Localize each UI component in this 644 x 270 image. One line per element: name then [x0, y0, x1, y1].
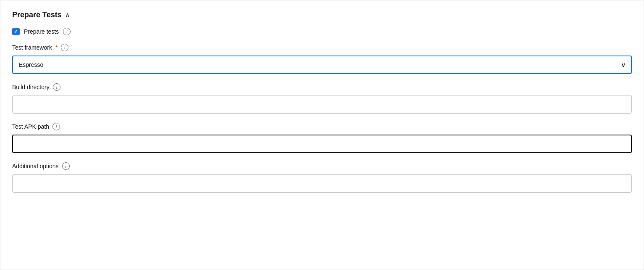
- test-framework-field-group: Test framework * i Espresso XCTest Robol…: [12, 44, 632, 74]
- checkbox-check-icon: ✓: [14, 29, 18, 34]
- build-directory-field-group: Build directory i: [12, 83, 632, 114]
- build-directory-label: Build directory: [12, 84, 50, 90]
- build-directory-label-row: Build directory i: [12, 83, 632, 91]
- prepare-tests-info-icon[interactable]: i: [63, 28, 71, 35]
- test-apk-path-field-group: Test APK path i: [12, 123, 632, 153]
- additional-options-input[interactable]: [12, 174, 632, 193]
- section-header: Prepare Tests ∧: [12, 11, 632, 19]
- test-framework-label-row: Test framework * i: [12, 44, 632, 51]
- prepare-tests-section: Prepare Tests ∧ ✓ Prepare tests i Test f…: [0, 0, 644, 270]
- test-framework-info-icon[interactable]: i: [61, 44, 68, 51]
- section-chevron-icon[interactable]: ∧: [65, 11, 70, 19]
- additional-options-label-row: Additional options i: [12, 162, 632, 170]
- additional-options-info-icon[interactable]: i: [62, 162, 70, 170]
- test-apk-path-info-icon[interactable]: i: [52, 123, 60, 130]
- test-framework-select-wrapper: Espresso XCTest Robolectric ∨: [12, 56, 632, 74]
- additional-options-field-group: Additional options i: [12, 162, 632, 193]
- build-directory-info-icon[interactable]: i: [53, 83, 60, 91]
- prepare-tests-checkbox[interactable]: ✓: [12, 28, 20, 35]
- test-apk-path-input[interactable]: [12, 135, 632, 153]
- test-framework-required-star: *: [55, 44, 58, 51]
- test-framework-label: Test framework: [12, 44, 52, 51]
- test-apk-path-label-row: Test APK path i: [12, 123, 632, 130]
- prepare-tests-row: ✓ Prepare tests i: [12, 28, 632, 35]
- test-framework-select[interactable]: Espresso XCTest Robolectric: [12, 56, 632, 74]
- additional-options-label: Additional options: [12, 163, 59, 169]
- section-title: Prepare Tests: [12, 11, 62, 19]
- test-apk-path-label: Test APK path: [12, 123, 49, 130]
- build-directory-input[interactable]: [12, 95, 632, 114]
- prepare-tests-label: Prepare tests: [24, 28, 59, 35]
